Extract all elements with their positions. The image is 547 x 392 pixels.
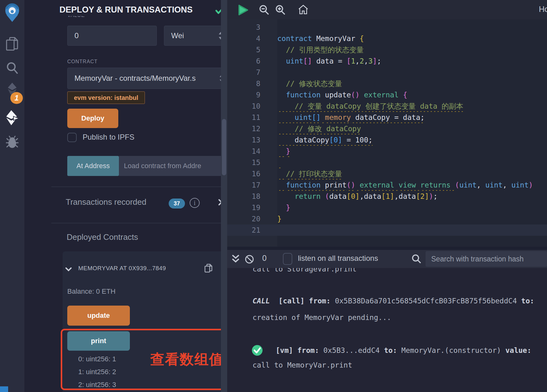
at-address-button[interactable]: At Address [67,156,119,176]
zoom-in-icon[interactable] [275,4,286,16]
card-collapse-chevron-icon[interactable] [65,267,72,272]
code-line[interactable]: 7 [227,67,547,78]
line-number: 17 [227,179,260,191]
code-line[interactable]: 18 return (data[0],data[1],data[2]); [227,191,547,202]
code-line[interactable]: 6 uint[] data = [1,2,3]; [227,55,547,67]
info-icon[interactable]: i [190,198,200,208]
compiler-badge: 1 [10,92,23,104]
line-number: 19 [227,202,260,213]
code-line[interactable]: 13 dataCopy[0] = 100; [227,134,547,146]
code-line[interactable]: 10 // 变量 dataCopy 创建了状态变量 data 的副本 [227,101,547,112]
transactions-count-badge: 37 [169,199,185,209]
terminal-line: call to MemoryVar.print [253,360,547,370]
value-input[interactable]: 0 [67,26,157,46]
copy-icon[interactable] [204,264,213,273]
code-line[interactable]: 14 } [227,146,547,157]
terminal-panel: 0 listen on all transactions Search with… [227,250,547,392]
deploy-run-icon[interactable] [0,110,24,126]
code-text [277,157,547,168]
code-text: // 引用类型的状态变量 [277,44,547,55]
evm-version-badge: evm version: istanbul [67,91,145,104]
unit-selected: Wei [171,31,184,40]
balance-label: Balance: 0 ETH [67,287,115,296]
print-function-button[interactable]: print [67,331,130,351]
contract-select[interactable]: MemoryVar - contracts/MemoryVar.s [67,68,230,89]
update-function-button[interactable]: update [67,306,130,326]
print-output-2: 2: uint256: 3 [78,381,116,389]
code-line[interactable]: 4contract MemoryVar { [227,33,547,44]
terminal-output: call to StorageVar.printCALL [call] from… [227,268,547,392]
deploy-button[interactable]: Deploy [67,109,118,128]
print-output-1: 1: uint256: 2 [78,368,116,376]
code-text [277,224,547,236]
code-line[interactable]: 16 // 打印状态变量 [227,168,547,179]
deployed-contracts-label: Deployed Contracts [67,232,138,242]
code-line[interactable]: 20} [227,213,547,224]
terminal-search-icon [411,254,421,264]
terminal-line: call to StorageVar.print [253,268,547,274]
code-editor[interactable]: 34contract MemoryVar {5 // 引用类型的状态变量6 ui… [227,19,547,247]
code-line[interactable]: 12 // 修改 dataCopy [227,123,547,134]
icon-rail: 1 [0,0,25,392]
code-line[interactable]: 21 [227,224,547,236]
panel-scrollbar-thumb[interactable] [222,119,226,175]
code-text: uint[] memory dataCopy = data; [277,112,547,123]
code-line[interactable]: 9 function update() external { [227,89,547,101]
line-number: 10 [227,101,260,112]
code-text: // 修改 dataCopy [277,123,547,134]
line-number: 5 [227,44,260,55]
run-script-play-icon[interactable] [237,4,249,16]
remix-logo-icon [0,3,24,23]
code-line[interactable]: 15 [227,157,547,168]
code-text: function update() external { [277,89,547,101]
code-text [277,67,547,78]
publish-ipfs-checkbox[interactable] [67,133,77,142]
success-check-icon [251,344,263,356]
at-address-input[interactable]: Load contract from Addre [119,156,230,176]
search-icon[interactable] [0,61,24,75]
line-number: 11 [227,112,260,123]
file-explorer-icon[interactable] [0,36,24,51]
code-text: // 变量 dataCopy 创建了状态变量 data 的副本 [277,101,547,112]
zoom-out-icon[interactable] [258,4,270,16]
contract-selected: MemoryVar - contracts/MemoryVar.s [74,74,196,83]
editor-tabbar: Home MemoryVar.sol 1 [227,0,547,20]
collapse-terminal-icon[interactable] [232,254,240,264]
code-text [277,22,547,33]
code-line[interactable]: 19 } [227,202,547,213]
home-icon[interactable] [298,5,309,15]
code-text: } [277,146,547,157]
code-text: } [277,202,547,213]
pending-tx-count: 0 [262,254,267,263]
code-text: } [277,213,547,224]
code-text: return (data[0],data[1],data[2]); [277,191,547,202]
unit-select[interactable]: Wei [164,26,229,46]
print-output-0: 0: uint256: 1 [78,355,116,363]
code-line[interactable]: 5 // 引用类型的状态变量 [227,44,547,55]
line-number: 20 [227,213,260,224]
transactions-recorded-label: Transactions recorded [66,197,146,207]
clear-console-icon[interactable] [245,255,254,264]
terminal-search-input[interactable]: Search with transaction hash [426,251,547,267]
terminal-resize-handle[interactable] [227,247,547,250]
code-line[interactable]: 11 uint[] memory dataCopy = data; [227,112,547,123]
panel-resize-handle[interactable] [221,0,227,392]
line-number: 16 [227,168,260,179]
code-line[interactable]: 3 [227,22,547,33]
listen-transactions-label: listen on all transactions [298,254,378,263]
code-line[interactable]: 8 // 修改状态变量 [227,78,547,89]
code-text: // 打印状态变量 [277,168,547,179]
divider [51,187,244,187]
debugger-icon[interactable] [0,135,24,149]
code-line[interactable]: 17 function print() external view return… [227,179,547,191]
listen-transactions-checkbox[interactable] [283,253,292,265]
line-number: 15 [227,157,260,168]
publish-ipfs-label: Publish to IPFS [83,133,134,142]
tab-home[interactable]: Home [539,5,547,14]
contract-instance-title[interactable]: MEMORYVAR AT 0X939...7849 [78,265,201,272]
line-number: 14 [227,146,260,157]
line-number: 7 [227,67,260,78]
line-number: 13 [227,134,260,146]
terminal-line: [vm] from: 0x5B3...eddC4 to: MemoryVar.(… [276,346,547,355]
annotation-text: 查看数组值 [150,350,224,369]
